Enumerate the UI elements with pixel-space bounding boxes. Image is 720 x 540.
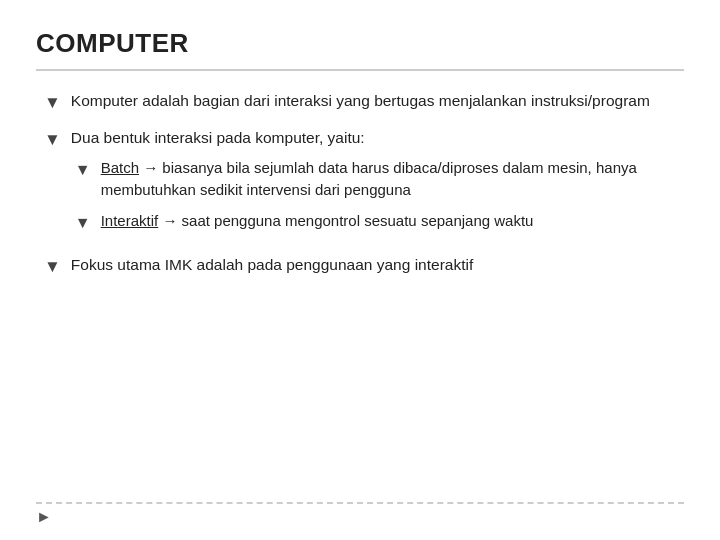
sub-bullet-2-arrow: →: [162, 212, 177, 229]
sub-bullet-text-2: Interaktif → saat pengguna mengontrol se…: [101, 210, 684, 233]
bullet-arrow-3: ▼: [44, 254, 61, 280]
sub-bullet-2-keyword: Interaktif: [101, 212, 159, 229]
bullet-text-2: Dua bentuk interaksi pada komputer, yait…: [71, 126, 684, 243]
top-divider: [36, 69, 684, 71]
bullet-arrow-2: ▼: [44, 127, 61, 153]
content-area: ▼ Komputer adalah bagian dari interaksi …: [36, 89, 684, 279]
sub-bullet-arrow-1: ▼: [75, 158, 91, 182]
sub-bullet-arrow-2: ▼: [75, 211, 91, 235]
sub-bullet-2-text: saat pengguna mengontrol sesuatu sepanja…: [177, 212, 533, 229]
sub-bullet-1-text: biasanya bila sejumlah data harus dibaca…: [101, 159, 637, 199]
bullet-item-3: ▼ Fokus utama IMK adalah pada penggunaan…: [44, 253, 684, 280]
sub-bullet-1-keyword: Batch: [101, 159, 139, 176]
sub-bullet-1-arrow: →: [143, 159, 158, 176]
bullet-item-2: ▼ Dua bentuk interaksi pada komputer, ya…: [44, 126, 684, 243]
bullet-arrow-1: ▼: [44, 90, 61, 116]
bullet-text-1: Komputer adalah bagian dari interaksi ya…: [71, 89, 684, 112]
bullet-text-3: Fokus utama IMK adalah pada penggunaan y…: [71, 253, 684, 276]
bullet-item-1: ▼ Komputer adalah bagian dari interaksi …: [44, 89, 684, 116]
sub-bullet-item-2: ▼ Interaktif → saat pengguna mengontrol …: [75, 210, 684, 235]
sub-bullet-text-1: Batch → biasanya bila sejumlah data haru…: [101, 157, 684, 202]
slide: COMPUTER ▼ Komputer adalah bagian dari i…: [0, 0, 720, 540]
bullet-2-main-text: Dua bentuk interaksi pada komputer, yait…: [71, 129, 365, 146]
slide-title: COMPUTER: [36, 28, 684, 59]
sub-bullet-item-1: ▼ Batch → biasanya bila sejumlah data ha…: [75, 157, 684, 202]
sub-bullets: ▼ Batch → biasanya bila sejumlah data ha…: [71, 157, 684, 235]
footer-nav-arrow[interactable]: ►: [36, 508, 52, 526]
bottom-divider: [36, 502, 684, 504]
